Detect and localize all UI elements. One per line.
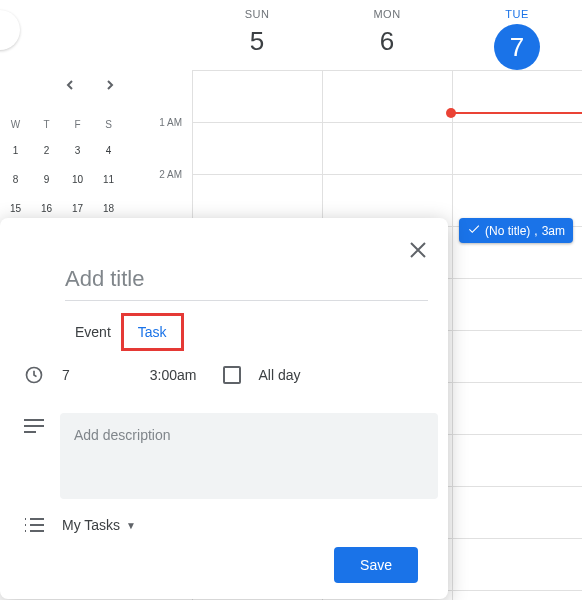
task-check-icon [467,222,481,239]
mini-weekday-header: W T F S [0,113,125,136]
event-chip-title: (No title) [485,224,530,238]
close-icon [409,241,427,259]
save-button[interactable]: Save [334,547,418,583]
prev-month-button[interactable] [60,75,80,95]
mini-weekday: T [31,113,62,136]
mini-date[interactable]: 2 [31,136,62,165]
title-placeholder: Add title [65,266,428,292]
allday-label: All day [259,367,301,383]
mini-weekday: F [62,113,93,136]
date-field[interactable]: 7 [62,367,70,383]
datetime-row: 7 3:00am All day [24,365,428,385]
day-number-today: 7 [494,24,540,70]
day-header-tue[interactable]: TUE 7 [452,0,582,70]
mini-date[interactable]: 8 [0,165,31,194]
day-label: TUE [452,8,582,20]
time-label: 1 AM [159,117,182,128]
clock-icon [24,365,44,385]
mini-weekday: S [93,113,124,136]
mini-date[interactable]: 9 [31,165,62,194]
mini-date[interactable]: 1 [0,136,31,165]
tab-event[interactable]: Event [75,324,111,340]
time-label: 2 AM [159,169,182,180]
create-task-modal: Add title Event Task 7 3:00am All day Ad… [0,218,448,599]
day-number: 5 [192,26,322,57]
description-placeholder: Add description [74,427,424,443]
title-input[interactable]: Add title [65,266,428,301]
day-header-sun[interactable]: SUN 5 [192,0,322,70]
day-label: MON [322,8,452,20]
current-time-indicator [451,112,582,114]
nav-button-partial[interactable] [0,10,20,50]
mini-calendar: W T F S 1 2 3 4 8 9 10 11 15 16 17 18 [0,75,125,223]
mini-date[interactable]: 10 [62,165,93,194]
description-icon [24,419,44,433]
day-label: SUN [192,8,322,20]
close-button[interactable] [406,238,430,262]
mini-date[interactable]: 11 [93,165,124,194]
tab-task[interactable]: Task [121,313,184,351]
type-tabs: Event Task [75,321,448,343]
tasklist-select[interactable]: My Tasks ▼ [62,517,136,533]
event-chip-time: 3am [542,224,565,238]
event-chip[interactable]: (No title), 3am [459,218,573,243]
list-icon [24,518,44,532]
tasklist-value: My Tasks [62,517,120,533]
event-chip-comma: , [534,224,537,238]
day-header-mon[interactable]: MON 6 [322,0,452,70]
mini-weekday: W [0,113,31,136]
time-field[interactable]: 3:00am [150,367,197,383]
chevron-down-icon: ▼ [126,520,136,531]
day-headers: SUN 5 MON 6 TUE 7 [192,0,582,70]
day-number: 6 [322,26,452,57]
next-month-button[interactable] [100,75,120,95]
tasklist-row: My Tasks ▼ [24,517,428,533]
description-input[interactable]: Add description [60,413,438,499]
allday-checkbox[interactable] [223,366,241,384]
mini-date[interactable]: 3 [62,136,93,165]
mini-date[interactable]: 4 [93,136,124,165]
